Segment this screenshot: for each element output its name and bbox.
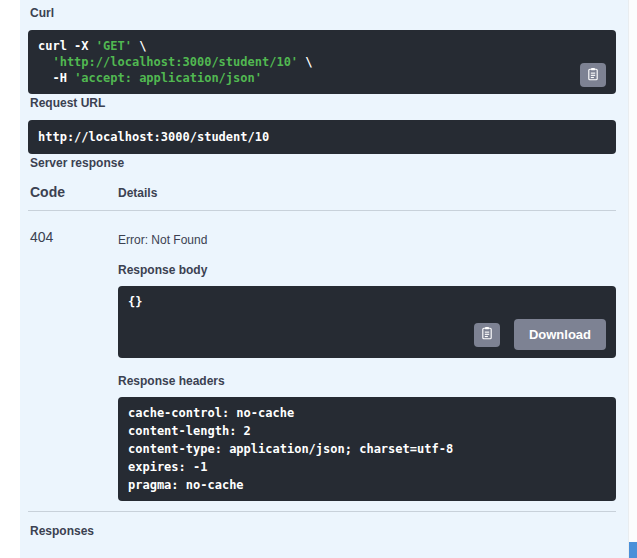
- details-column-header: Details: [118, 186, 616, 200]
- response-header-line: cache-control: no-cache: [128, 404, 606, 422]
- response-headers-heading: Response headers: [118, 374, 616, 388]
- live-response-row: 404 Error: Not Found Response body {}: [28, 211, 616, 512]
- response-headers-block: cache-control: no-cache content-length: …: [118, 397, 616, 501]
- status-code: 404: [30, 225, 118, 501]
- curl-command-block: curl -X 'GET' \ 'http://localhost:3000/s…: [28, 30, 616, 94]
- response-body-actions: Download: [474, 319, 606, 350]
- response-header-line: pragma: no-cache: [128, 476, 606, 494]
- response-header-line: content-length: 2: [128, 422, 606, 440]
- response-header-line: expires: -1: [128, 458, 606, 476]
- download-button[interactable]: Download: [514, 319, 606, 350]
- curl-heading: Curl: [30, 6, 616, 20]
- curl-method-string: 'GET': [96, 39, 132, 53]
- vertical-scrollbar[interactable]: [628, 0, 637, 558]
- live-response-table-header: Code Details: [28, 184, 616, 211]
- curl-line2-continuation: \: [298, 55, 312, 69]
- copy-response-button[interactable]: [474, 323, 500, 347]
- response-details-cell: Error: Not Found Response body {}: [118, 225, 616, 501]
- swagger-response-panel: Curl curl -X 'GET' \ 'http://localhost:3…: [20, 0, 628, 558]
- clipboard-icon: [586, 67, 600, 84]
- server-response-heading: Server response: [30, 156, 616, 170]
- curl-accept-string: 'accept: application/json': [74, 71, 262, 85]
- request-url-block: http://localhost:3000/student/10: [28, 120, 616, 154]
- curl-command-text: curl -X 'GET' \ 'http://localhost:3000/s…: [38, 38, 606, 86]
- curl-url-string: 'http://localhost:3000/student/10': [38, 55, 298, 69]
- responses-heading: Responses: [28, 512, 616, 548]
- response-body-heading: Response body: [118, 263, 616, 277]
- curl-cmd-segment: curl -X: [38, 39, 96, 53]
- clipboard-icon: [480, 326, 494, 343]
- scrollbar-thumb[interactable]: [629, 542, 637, 558]
- curl-line1-continuation: \: [132, 39, 146, 53]
- request-url-text: http://localhost:3000/student/10: [38, 130, 606, 144]
- curl-header-flag: -H: [38, 71, 74, 85]
- response-header-line: content-type: application/json; charset=…: [128, 440, 606, 458]
- code-column-header: Code: [30, 184, 118, 200]
- request-url-heading: Request URL: [30, 96, 616, 110]
- response-body-text: {}: [128, 294, 606, 310]
- copy-curl-button[interactable]: [580, 63, 606, 87]
- error-message: Error: Not Found: [118, 225, 616, 247]
- live-response-table: Code Details 404 Error: Not Found Respon…: [28, 184, 616, 512]
- response-body-block: {}: [118, 286, 616, 358]
